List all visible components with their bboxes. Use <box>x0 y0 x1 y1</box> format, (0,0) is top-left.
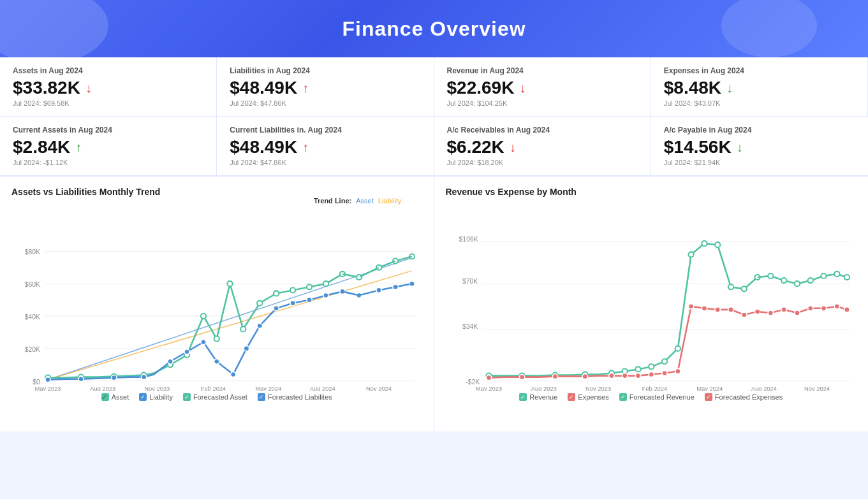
legend-forecasted-asset-label: Forecasted Asset <box>193 393 247 401</box>
svg-point-43 <box>168 359 173 364</box>
svg-point-113 <box>768 310 773 315</box>
svg-point-29 <box>257 301 262 306</box>
kpi-card-current-assets: Current Assets in Aug 2024 $2.84K ↑ Jul … <box>0 117 217 176</box>
svg-text:$40K: $40K <box>25 314 40 321</box>
kpi-prev-revenue: Jul 2024: $104.25K <box>447 99 638 107</box>
svg-point-95 <box>834 271 839 277</box>
svg-point-50 <box>274 306 279 311</box>
svg-point-86 <box>715 242 720 247</box>
svg-point-109 <box>715 307 720 312</box>
svg-point-27 <box>227 281 232 286</box>
svg-text:Aug 2023: Aug 2023 <box>90 386 115 391</box>
kpi-prev-liabilities: Jul 2024: $47.86K <box>230 99 420 107</box>
kpi-value-row-current-liabilities: $48.49K ↑ <box>230 137 420 157</box>
kpi-card-payable: A/c Payable in Aug 2024 $14.56K ↓ Jul 20… <box>651 117 868 176</box>
svg-point-99 <box>552 374 557 379</box>
arrow-payable: ↓ <box>737 140 743 155</box>
arrow-current-assets: ↑ <box>75 140 82 155</box>
svg-text:May 2024: May 2024 <box>255 386 281 391</box>
kpi-value-receivables: $6.22K <box>447 137 504 157</box>
svg-point-33 <box>323 281 328 286</box>
svg-point-36 <box>376 265 381 270</box>
kpi-value-row-payable: $14.56K ↓ <box>664 137 855 157</box>
kpi-card-receivables: A/c Receivables in Aug 2024 $6.22K ↓ Jul… <box>434 117 651 176</box>
kpi-section: Assets in Aug 2024 $33.82K ↓ Jul 2024: $… <box>0 57 868 177</box>
svg-point-88 <box>741 286 746 291</box>
svg-point-84 <box>688 252 693 257</box>
kpi-label-liabilities: Liabilities in Aug 2024 <box>230 66 420 75</box>
kpi-label-receivables: A/c Receivables in Aug 2024 <box>447 126 638 134</box>
kpi-value-row-assets: $33.82K ↓ <box>13 78 203 98</box>
svg-text:May 2023: May 2023 <box>476 386 502 391</box>
svg-point-97 <box>486 375 491 380</box>
legend-forecasted-revenue: ✓ Forecasted Revenue <box>619 393 695 401</box>
svg-point-39 <box>45 377 50 382</box>
svg-point-32 <box>307 284 312 289</box>
svg-point-46 <box>214 359 219 364</box>
arrow-expenses: ↓ <box>726 81 733 96</box>
legend-asset-label: Asset <box>112 393 129 401</box>
svg-text:Nov 2023: Nov 2023 <box>144 386 170 391</box>
svg-text:Feb 2024: Feb 2024 <box>642 386 667 391</box>
svg-text:$60K: $60K <box>25 281 40 288</box>
legend-revenue: ✓ Revenue <box>519 393 557 401</box>
kpi-card-current-liabilities: Current Liabilities in. Aug 2024 $48.49K… <box>217 117 434 176</box>
kpi-label-current-assets: Current Assets in Aug 2024 <box>13 126 203 134</box>
chart1-svg: $0 $20K $40K $60K $80K May 2023 Aug 2023… <box>11 199 422 391</box>
charts-section: Assets vs Liabilities Monthly Trend Tren… <box>0 177 868 431</box>
svg-point-103 <box>635 373 640 379</box>
svg-point-48 <box>244 346 249 351</box>
svg-text:May 2024: May 2024 <box>696 386 723 391</box>
kpi-value-liabilities: $48.49K <box>230 78 297 98</box>
svg-point-98 <box>519 375 524 380</box>
kpi-value-row-current-assets: $2.84K ↑ <box>13 137 203 157</box>
svg-point-25 <box>201 314 206 319</box>
kpi-prev-receivables: Jul 2024: $18.20K <box>447 159 638 166</box>
chart1-title: Assets vs Liabilities Monthly Trend <box>11 187 422 197</box>
kpi-card-revenue: Revenue in Aug 2024 $22.69K ↓ Jul 2024: … <box>434 57 651 117</box>
svg-point-87 <box>728 284 733 289</box>
svg-point-92 <box>794 281 799 286</box>
svg-point-106 <box>675 368 680 373</box>
kpi-label-expenses: Expenses in Aug 2024 <box>664 66 855 75</box>
arrow-current-liabilities: ↑ <box>302 140 309 155</box>
svg-text:Nov 2024: Nov 2024 <box>366 386 392 391</box>
legend-forecasted-asset: ✓ Forecasted Asset <box>183 393 247 401</box>
svg-point-111 <box>741 312 746 317</box>
page-title: Finance Overview <box>342 17 526 41</box>
chart2-legend: ✓ Revenue ✓ Expenses ✓ Forecasted Revenu… <box>446 393 857 401</box>
svg-point-101 <box>608 373 614 379</box>
legend-forecasted-expenses-label: Forecasted Expenses <box>715 393 783 401</box>
kpi-prev-current-liabilities: Jul 2024: $47.86K <box>230 159 420 166</box>
svg-point-115 <box>794 310 799 315</box>
arrow-liabilities: ↑ <box>302 81 309 96</box>
legend-liability-label: Liability <box>149 393 173 401</box>
legend-forecasted-revenue-icon: ✓ <box>619 393 627 401</box>
svg-text:$70K: $70K <box>462 278 477 285</box>
legend-forecasted-revenue-label: Forecasted Revenue <box>629 393 695 401</box>
svg-point-80 <box>635 366 640 372</box>
svg-point-47 <box>231 372 236 377</box>
svg-point-100 <box>582 374 587 379</box>
svg-point-45 <box>201 340 206 345</box>
svg-point-26 <box>214 336 219 342</box>
svg-point-30 <box>274 291 279 296</box>
legend-forecasted-liabilities-icon: ✓ <box>258 393 265 401</box>
kpi-prev-expenses: Jul 2024: $43.07K <box>664 99 855 107</box>
svg-point-53 <box>323 293 328 298</box>
svg-point-105 <box>661 370 666 375</box>
arrow-revenue: ↓ <box>519 81 526 96</box>
chart2-title: Revenue vs Expense by Month <box>446 187 857 197</box>
svg-point-51 <box>290 301 295 306</box>
legend-expenses-label: Expenses <box>578 393 608 401</box>
kpi-card-assets: Assets in Aug 2024 $33.82K ↓ Jul 2024: $… <box>0 57 217 117</box>
legend-asset-icon: ✓ <box>101 393 109 401</box>
legend-forecasted-liabilities-label: Forecasted Liabilites <box>268 393 332 401</box>
legend-liability: ✓ Liability <box>139 393 173 401</box>
kpi-prev-current-assets: Jul 2024: -$1.12K <box>13 159 203 166</box>
kpi-value-expenses: $8.48K <box>664 78 721 98</box>
chart-revenue-expense: Revenue vs Expense by Month -$2K $34K $7… <box>434 177 869 431</box>
svg-point-116 <box>807 306 813 311</box>
legend-forecasted-asset-icon: ✓ <box>183 393 191 401</box>
kpi-value-current-liabilities: $48.49K <box>230 137 297 157</box>
